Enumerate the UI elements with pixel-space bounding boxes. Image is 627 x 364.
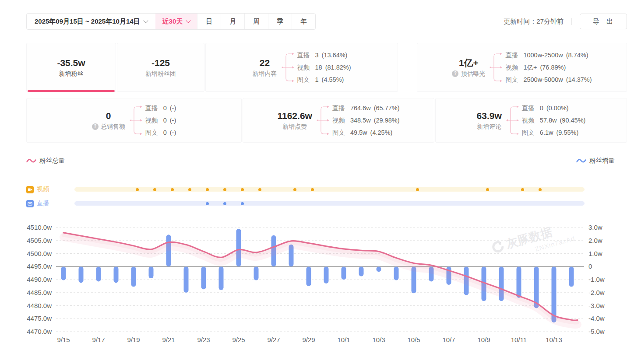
x-axis-tick: 9/27 [267, 336, 280, 343]
video-event-dot-9-24[interactable] [223, 188, 226, 191]
increment-bar-9-18[interactable] [114, 266, 119, 283]
period-tab-4[interactable]: 年 [292, 14, 315, 29]
video-event-dot-9-25[interactable] [241, 188, 244, 191]
live-timeline: 直播 [26, 200, 601, 207]
range-controls: 2025年09月15日 ~ 2025年10月14日 近30天 日月周季年 [26, 13, 316, 30]
x-axis-tick: 10/9 [477, 336, 490, 343]
increment-bar-10-4[interactable] [394, 266, 399, 280]
help-icon[interactable]: ? [452, 70, 458, 77]
right-axis-tick: 3.0w [588, 224, 602, 231]
stat-value: -35.5w [57, 58, 85, 67]
increment-bar-9-16[interactable] [79, 266, 84, 283]
increment-bar-10-3[interactable] [377, 266, 381, 272]
increment-bar-9-26[interactable] [254, 266, 259, 280]
breakdown-bracket [490, 49, 504, 86]
date-range-picker[interactable]: 2025年09月15日 ~ 2025年10月14日 [27, 14, 155, 29]
stat-label: 新增评论 [477, 123, 501, 130]
wave-icon-pink [26, 158, 36, 164]
video-event-dot-9-22[interactable] [188, 188, 191, 191]
video-icon [26, 186, 34, 193]
chevron-down-icon [143, 18, 148, 23]
fans-trend-chart[interactable]: 4510.0w3.0w4505.0w2.0w4500.0w1.0w4495.0w… [0, 217, 627, 364]
breakdown-item: 直播0(0.00%) [522, 102, 586, 114]
increment-bar-9-30[interactable] [324, 266, 329, 284]
stat-value: 22 [260, 58, 270, 67]
increment-bar-9-25[interactable] [236, 229, 241, 266]
increment-bar-9-22[interactable] [184, 266, 189, 293]
video-event-dot-10-11[interactable] [521, 188, 524, 191]
legend-label: 粉丝增量 [589, 157, 615, 165]
stat-main: 1162.6w 新增点赞 [277, 111, 312, 130]
breakdown-item: 图文2500w-5000w(14.37%) [505, 74, 592, 86]
stat-value: 0 [106, 111, 111, 120]
increment-bar-10-11[interactable] [517, 266, 521, 298]
x-axis-tick: 10/1 [337, 336, 350, 343]
right-axis-tick: 1.0w [588, 250, 602, 257]
stat-card-total-sales[interactable]: 0 ?总销售额 直播0(-)视频0(-)图文0(-) [26, 98, 242, 143]
x-axis-tick: 10/11 [511, 336, 527, 343]
video-event-dot-10-9[interactable] [486, 188, 489, 191]
video-event-dot-10-12[interactable] [539, 188, 542, 191]
video-event-dot-10-5[interactable] [416, 188, 419, 191]
breakdown-bracket [130, 102, 144, 139]
increment-bar-10-2[interactable] [359, 266, 364, 276]
period-tab-0[interactable]: 日 [197, 14, 221, 29]
video-event-dot-9-28[interactable] [293, 188, 296, 191]
legend-fans-increment[interactable]: 粉丝增量 [576, 157, 615, 165]
increment-bar-9-23[interactable] [201, 266, 206, 289]
stat-value: 1162.6w [277, 111, 312, 120]
left-axis-tick: 4510.0w [27, 224, 52, 231]
stat-main: 22 新增内容 [253, 58, 277, 77]
video-event-dot-9-20[interactable] [153, 188, 156, 191]
increment-bar-9-19[interactable] [131, 266, 136, 287]
breakdown-item: 视频18(81.82%) [297, 61, 351, 74]
left-axis-tick: 4490.0w [27, 276, 52, 283]
stat-card-est-exposure[interactable]: 1亿+ ?预估曝光 直播1000w-2500w(8.74%)视频1亿+(76.8… [417, 43, 627, 92]
legend-fans-total[interactable]: 粉丝总量 [26, 157, 65, 165]
breakdown-bracket [282, 49, 296, 86]
breakdown-item: 视频1亿+(76.89%) [505, 61, 592, 74]
period-tab-1[interactable]: 月 [221, 14, 244, 29]
left-axis-tick: 4505.0w [27, 237, 52, 244]
breakdown-item: 直播1000w-2500w(8.74%) [505, 49, 592, 61]
period-tab-2[interactable]: 周 [244, 14, 268, 29]
increment-bar-9-29[interactable] [306, 266, 311, 286]
breakdown-item: 图文1(4.55%) [297, 74, 351, 86]
increment-bar-9-20[interactable] [149, 266, 154, 278]
increment-bar-9-15[interactable] [61, 266, 66, 280]
stat-card-new-fanclub[interactable]: -125 新增粉丝团 [117, 43, 204, 92]
breakdown-item: 图文49.5w(4.25%) [332, 126, 400, 139]
increment-bar-9-24[interactable] [219, 266, 224, 290]
period-tab-3[interactable]: 季 [268, 14, 292, 29]
stat-label: 新增粉丝 [59, 70, 83, 77]
breakdown-item: 直播3(13.64%) [297, 49, 351, 61]
x-axis-tick: 10/3 [372, 336, 385, 343]
breakdown-item: 直播0(-) [145, 102, 176, 114]
export-button[interactable]: 导 出 [580, 14, 627, 29]
stat-card-new-content[interactable]: 22 新增内容 直播3(13.64%)视频18(81.82%)图文1(4.55%… [205, 43, 398, 92]
stat-label: 新增粉丝团 [145, 70, 176, 77]
video-event-dot-9-21[interactable] [171, 188, 174, 191]
increment-bar-10-14[interactable] [569, 266, 574, 287]
video-track [74, 187, 585, 192]
topbar-right: 更新时间：27分钟前 导 出 [504, 13, 627, 30]
help-icon[interactable]: ? [92, 123, 99, 130]
stat-card-new-comments[interactable]: 63.9w 新增评论 直播0(0.00%)视频57.8w(90.45%)图文6.… [435, 98, 627, 143]
stat-card-new-likes[interactable]: 1162.6w 新增点赞 直播764.6w(65.77%)视频348.5w(29… [243, 98, 434, 143]
stat-card-new-fans[interactable]: -35.5w 新增粉丝 [26, 43, 116, 92]
video-event-dot-9-19[interactable] [136, 188, 139, 191]
increment-bar-10-1[interactable] [342, 266, 346, 280]
video-event-dot-9-23[interactable] [206, 188, 209, 191]
quick-range-last30-button[interactable]: 近30天 [155, 14, 197, 29]
increment-bar-9-17[interactable] [96, 266, 101, 281]
live-event-dot-9-24[interactable] [223, 202, 226, 205]
video-event-dot-9-26[interactable] [258, 188, 261, 191]
right-axis-tick: -3.0w [588, 302, 605, 309]
stat-label: ?总销售额 [92, 123, 125, 130]
update-time: 更新时间：27分钟前 [504, 18, 564, 26]
live-event-dot-9-23[interactable] [206, 202, 209, 205]
stat-main: -35.5w 新增粉丝 [57, 58, 85, 77]
live-event-dot-9-25[interactable] [241, 202, 244, 205]
wave-icon-blue [576, 158, 586, 164]
video-event-dot-9-29[interactable] [311, 188, 314, 191]
